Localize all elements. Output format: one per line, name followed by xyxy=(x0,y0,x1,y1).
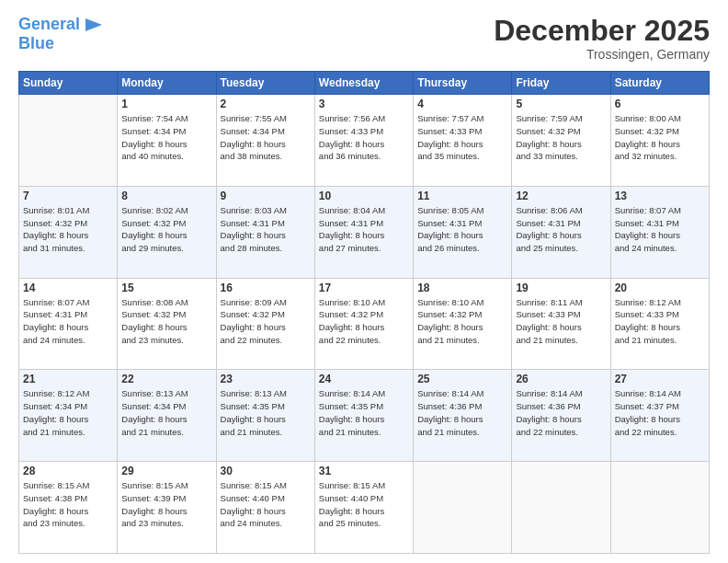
day-number: 13 xyxy=(615,190,705,202)
day-info: Sunrise: 8:13 AMSunset: 4:35 PMDaylight:… xyxy=(221,387,311,438)
page: General Blue December 2025 Trossingen, G… xyxy=(0,0,728,563)
calendar-cell: 29Sunrise: 8:15 AMSunset: 4:39 PMDayligh… xyxy=(118,462,216,554)
day-info: Sunrise: 7:57 AMSunset: 4:33 PMDaylight:… xyxy=(417,112,507,163)
calendar-week-row: 28Sunrise: 8:15 AMSunset: 4:38 PMDayligh… xyxy=(19,462,710,554)
calendar-cell: 27Sunrise: 8:14 AMSunset: 4:37 PMDayligh… xyxy=(610,370,709,462)
day-number: 15 xyxy=(121,282,211,294)
day-info: Sunrise: 8:14 AMSunset: 4:37 PMDaylight:… xyxy=(615,387,705,438)
day-number: 14 xyxy=(23,282,113,294)
logo-icon xyxy=(82,15,102,35)
logo-blue-text: Blue xyxy=(18,35,102,53)
calendar-cell: 19Sunrise: 8:11 AMSunset: 4:33 PMDayligh… xyxy=(512,278,610,370)
calendar-cell: 22Sunrise: 8:13 AMSunset: 4:34 PMDayligh… xyxy=(118,370,216,462)
day-info: Sunrise: 7:54 AMSunset: 4:34 PMDaylight:… xyxy=(121,112,211,163)
day-info: Sunrise: 7:55 AMSunset: 4:34 PMDaylight:… xyxy=(221,112,311,163)
day-number: 25 xyxy=(417,373,507,385)
location-subtitle: Trossingen, Germany xyxy=(494,47,710,62)
calendar-cell: 14Sunrise: 8:07 AMSunset: 4:31 PMDayligh… xyxy=(19,278,118,370)
calendar-cell: 24Sunrise: 8:14 AMSunset: 4:35 PMDayligh… xyxy=(314,370,413,462)
day-info: Sunrise: 8:01 AMSunset: 4:32 PMDaylight:… xyxy=(23,204,113,255)
day-info: Sunrise: 8:08 AMSunset: 4:32 PMDaylight:… xyxy=(121,296,211,347)
day-info: Sunrise: 8:14 AMSunset: 4:36 PMDaylight:… xyxy=(417,387,507,438)
calendar-cell: 4Sunrise: 7:57 AMSunset: 4:33 PMDaylight… xyxy=(414,95,512,187)
day-number: 30 xyxy=(221,465,311,477)
logo: General Blue xyxy=(18,15,102,53)
day-info: Sunrise: 8:02 AMSunset: 4:32 PMDaylight:… xyxy=(121,204,211,255)
calendar-cell: 26Sunrise: 8:14 AMSunset: 4:36 PMDayligh… xyxy=(512,370,610,462)
calendar-cell xyxy=(512,462,610,554)
day-info: Sunrise: 8:11 AMSunset: 4:33 PMDaylight:… xyxy=(516,296,606,347)
calendar-cell: 20Sunrise: 8:12 AMSunset: 4:33 PMDayligh… xyxy=(610,278,709,370)
day-info: Sunrise: 8:15 AMSunset: 4:40 PMDaylight:… xyxy=(319,479,409,530)
day-number: 31 xyxy=(319,465,409,477)
calendar-header-row: SundayMondayTuesdayWednesdayThursdayFrid… xyxy=(19,72,710,95)
calendar-cell xyxy=(19,95,118,187)
day-number: 12 xyxy=(516,190,606,202)
month-title: December 2025 xyxy=(494,15,710,47)
day-number: 29 xyxy=(121,465,211,477)
day-number: 16 xyxy=(221,282,311,294)
day-info: Sunrise: 8:15 AMSunset: 4:38 PMDaylight:… xyxy=(23,479,113,530)
calendar-cell: 6Sunrise: 8:00 AMSunset: 4:32 PMDaylight… xyxy=(610,95,709,187)
calendar-cell: 13Sunrise: 8:07 AMSunset: 4:31 PMDayligh… xyxy=(610,186,709,278)
calendar-header-saturday: Saturday xyxy=(610,72,709,95)
calendar-header-sunday: Sunday xyxy=(19,72,118,95)
day-info: Sunrise: 8:09 AMSunset: 4:32 PMDaylight:… xyxy=(221,296,311,347)
calendar-week-row: 7Sunrise: 8:01 AMSunset: 4:32 PMDaylight… xyxy=(19,186,710,278)
day-number: 1 xyxy=(121,98,211,110)
calendar-header-tuesday: Tuesday xyxy=(216,72,314,95)
day-info: Sunrise: 8:12 AMSunset: 4:33 PMDaylight:… xyxy=(615,296,705,347)
calendar-table: SundayMondayTuesdayWednesdayThursdayFrid… xyxy=(18,71,710,554)
day-info: Sunrise: 8:14 AMSunset: 4:35 PMDaylight:… xyxy=(319,387,409,438)
calendar-cell: 3Sunrise: 7:56 AMSunset: 4:33 PMDaylight… xyxy=(314,95,413,187)
day-info: Sunrise: 7:56 AMSunset: 4:33 PMDaylight:… xyxy=(319,112,409,163)
day-number: 10 xyxy=(319,190,409,202)
calendar-cell: 9Sunrise: 8:03 AMSunset: 4:31 PMDaylight… xyxy=(216,186,314,278)
calendar-cell: 17Sunrise: 8:10 AMSunset: 4:32 PMDayligh… xyxy=(314,278,413,370)
calendar-cell: 18Sunrise: 8:10 AMSunset: 4:32 PMDayligh… xyxy=(414,278,512,370)
calendar-cell: 11Sunrise: 8:05 AMSunset: 4:31 PMDayligh… xyxy=(414,186,512,278)
day-number: 21 xyxy=(23,373,113,385)
calendar-cell: 2Sunrise: 7:55 AMSunset: 4:34 PMDaylight… xyxy=(216,95,314,187)
day-number: 17 xyxy=(319,282,409,294)
day-info: Sunrise: 8:05 AMSunset: 4:31 PMDaylight:… xyxy=(417,204,507,255)
day-info: Sunrise: 8:07 AMSunset: 4:31 PMDaylight:… xyxy=(615,204,705,255)
calendar-week-row: 14Sunrise: 8:07 AMSunset: 4:31 PMDayligh… xyxy=(19,278,710,370)
day-number: 19 xyxy=(516,282,606,294)
calendar-cell: 23Sunrise: 8:13 AMSunset: 4:35 PMDayligh… xyxy=(216,370,314,462)
day-info: Sunrise: 8:12 AMSunset: 4:34 PMDaylight:… xyxy=(23,387,113,438)
calendar-cell: 28Sunrise: 8:15 AMSunset: 4:38 PMDayligh… xyxy=(19,462,118,554)
day-number: 22 xyxy=(121,373,211,385)
calendar-cell: 8Sunrise: 8:02 AMSunset: 4:32 PMDaylight… xyxy=(118,186,216,278)
calendar-cell xyxy=(414,462,512,554)
day-info: Sunrise: 8:14 AMSunset: 4:36 PMDaylight:… xyxy=(516,387,606,438)
calendar-cell: 12Sunrise: 8:06 AMSunset: 4:31 PMDayligh… xyxy=(512,186,610,278)
day-number: 11 xyxy=(417,190,507,202)
day-number: 3 xyxy=(319,98,409,110)
day-number: 26 xyxy=(516,373,606,385)
day-number: 2 xyxy=(221,98,311,110)
day-info: Sunrise: 8:00 AMSunset: 4:32 PMDaylight:… xyxy=(615,112,705,163)
day-number: 6 xyxy=(615,98,705,110)
calendar-cell: 15Sunrise: 8:08 AMSunset: 4:32 PMDayligh… xyxy=(118,278,216,370)
day-info: Sunrise: 8:07 AMSunset: 4:31 PMDaylight:… xyxy=(23,296,113,347)
calendar-cell: 10Sunrise: 8:04 AMSunset: 4:31 PMDayligh… xyxy=(314,186,413,278)
day-info: Sunrise: 8:15 AMSunset: 4:40 PMDaylight:… xyxy=(221,479,311,530)
svg-marker-0 xyxy=(85,18,102,31)
logo-text: General xyxy=(18,16,80,34)
day-number: 28 xyxy=(23,465,113,477)
header: General Blue December 2025 Trossingen, G… xyxy=(18,15,710,62)
day-info: Sunrise: 7:59 AMSunset: 4:32 PMDaylight:… xyxy=(516,112,606,163)
day-number: 20 xyxy=(615,282,705,294)
calendar-week-row: 21Sunrise: 8:12 AMSunset: 4:34 PMDayligh… xyxy=(19,370,710,462)
calendar-week-row: 1Sunrise: 7:54 AMSunset: 4:34 PMDaylight… xyxy=(19,95,710,187)
day-number: 24 xyxy=(319,373,409,385)
day-number: 8 xyxy=(121,190,211,202)
day-number: 27 xyxy=(615,373,705,385)
day-info: Sunrise: 8:15 AMSunset: 4:39 PMDaylight:… xyxy=(121,479,211,530)
calendar-cell: 5Sunrise: 7:59 AMSunset: 4:32 PMDaylight… xyxy=(512,95,610,187)
calendar-cell: 25Sunrise: 8:14 AMSunset: 4:36 PMDayligh… xyxy=(414,370,512,462)
day-number: 7 xyxy=(23,190,113,202)
calendar-header-friday: Friday xyxy=(512,72,610,95)
calendar-cell: 7Sunrise: 8:01 AMSunset: 4:32 PMDaylight… xyxy=(19,186,118,278)
